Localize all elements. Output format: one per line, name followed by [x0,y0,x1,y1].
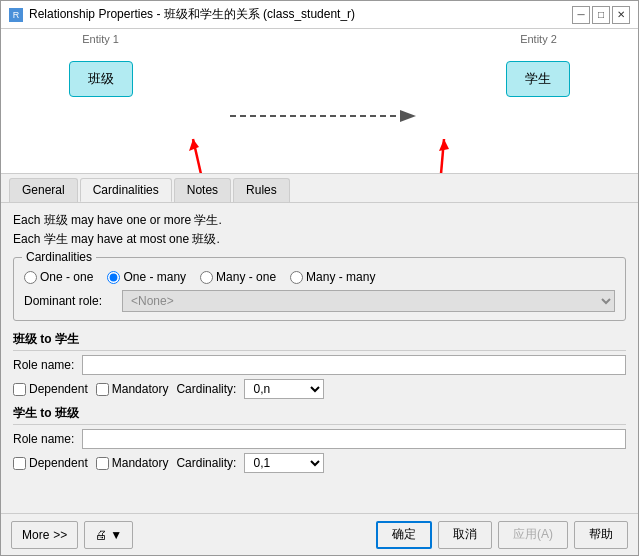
section2-mandatory-input[interactable] [96,457,109,470]
section2-checkboxes-row: Dependent Mandatory Cardinality: 0,1 [13,453,626,473]
section2-cardinality-select[interactable]: 0,1 [244,453,324,473]
print-button[interactable]: 🖨 ▼ [84,521,133,549]
more-arrow-icon: >> [53,528,67,542]
window-title: Relationship Properties - 班级和学生的关系 (clas… [29,6,355,23]
section2-role-label: Role name: [13,432,74,446]
section1-dependent-check[interactable]: Dependent [13,382,88,396]
section2-role-row: Role name: [13,429,626,449]
minimize-button[interactable]: ─ [572,6,590,24]
entity1-box: 班级 [69,61,133,97]
tab-rules[interactable]: Rules [233,178,290,202]
dominant-role-label: Dominant role: [24,294,114,308]
title-controls: ─ □ ✕ [572,6,630,24]
tab-cardinalities[interactable]: Cardinalities [80,178,172,202]
entity1-column: Entity 1 班级 [1,29,200,173]
title-bar: R Relationship Properties - 班级和学生的关系 (cl… [1,1,638,29]
title-bar-left: R Relationship Properties - 班级和学生的关系 (cl… [9,6,355,23]
radio-one-many-input[interactable] [107,271,120,284]
apply-button[interactable]: 应用(A) [498,521,568,549]
dominant-row: Dominant role: <None> [24,290,615,312]
section1-cardinality-label: Cardinality: [176,382,236,396]
svg-marker-1 [400,110,416,122]
radio-many-one[interactable]: Many - one [200,270,276,284]
tabs-bar: General Cardinalities Notes Rules [1,174,638,203]
radio-many-many-input[interactable] [290,271,303,284]
section1-checkboxes-row: Dependent Mandatory Cardinality: 0,n [13,379,626,399]
tab-notes[interactable]: Notes [174,178,231,202]
section2-dependent-check[interactable]: Dependent [13,456,88,470]
section1-dependent-input[interactable] [13,383,26,396]
tab-general[interactable]: General [9,178,78,202]
radio-many-one-input[interactable] [200,271,213,284]
diagram-area: Entity 1 班级 Entity 2 学生 [1,29,638,174]
section2-header: 学生 to 班级 [13,405,626,425]
footer-left: More >> 🖨 ▼ [11,521,133,549]
radio-many-many[interactable]: Many - many [290,270,375,284]
entity2-column: Entity 2 学生 [439,29,638,173]
window-icon: R [9,8,23,22]
maximize-button[interactable]: □ [592,6,610,24]
radio-one-one[interactable]: One - one [24,270,93,284]
section1-cardinality-select[interactable]: 0,n [244,379,324,399]
radio-row: One - one One - many Many - one Many - m… [24,270,615,284]
dominant-role-select[interactable]: <None> [122,290,615,312]
entity2-box: 学生 [506,61,570,97]
section2-role-input[interactable] [82,429,626,449]
footer-right: 确定 取消 应用(A) 帮助 [376,521,628,549]
cardinalities-group: Cardinalities One - one One - many Many … [13,257,626,321]
description: Each 班级 may have one or more 学生. Each 学生… [13,211,626,249]
entity2-label: Entity 2 [520,29,557,51]
description-line2: Each 学生 may have at most one 班级. [13,230,626,249]
main-window: R Relationship Properties - 班级和学生的关系 (cl… [0,0,639,556]
cancel-button[interactable]: 取消 [438,521,492,549]
content-area: Each 班级 may have one or more 学生. Each 学生… [1,203,638,513]
section1-role-input[interactable] [82,355,626,375]
section1-role-row: Role name: [13,355,626,375]
print-dropdown-icon: ▼ [110,528,122,542]
section1-mandatory-check[interactable]: Mandatory [96,382,169,396]
radio-one-one-input[interactable] [24,271,37,284]
printer-icon: 🖨 [95,528,107,542]
section1-mandatory-input[interactable] [96,383,109,396]
cardinalities-legend: Cardinalities [22,250,96,264]
entity1-label: Entity 1 [82,29,119,51]
help-button[interactable]: 帮助 [574,521,628,549]
description-line1: Each 班级 may have one or more 学生. [13,211,626,230]
close-button[interactable]: ✕ [612,6,630,24]
section2-cardinality-label: Cardinality: [176,456,236,470]
footer: More >> 🖨 ▼ 确定 取消 应用(A) 帮助 [1,513,638,555]
section1-header: 班级 to 学生 [13,331,626,351]
section2-mandatory-check[interactable]: Mandatory [96,456,169,470]
section2-dependent-input[interactable] [13,457,26,470]
radio-one-many[interactable]: One - many [107,270,186,284]
more-button[interactable]: More >> [11,521,78,549]
section1-role-label: Role name: [13,358,74,372]
ok-button[interactable]: 确定 [376,521,432,549]
